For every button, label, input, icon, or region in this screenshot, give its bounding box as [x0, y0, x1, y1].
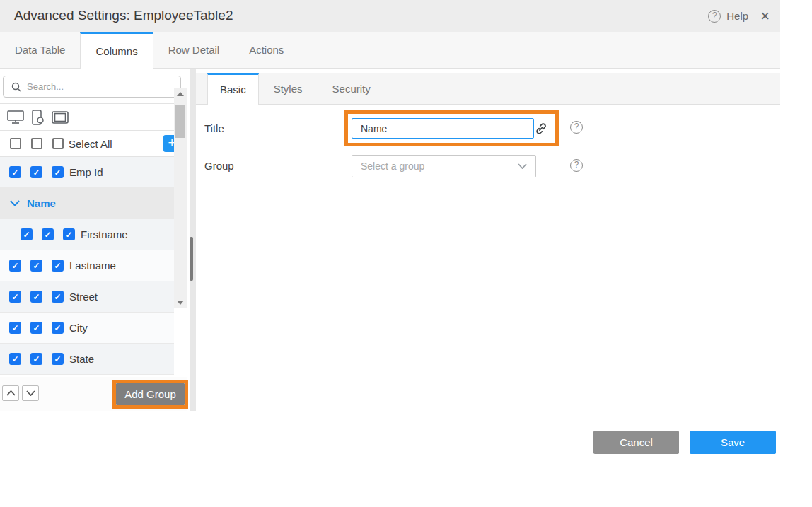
select-all-checkbox-tablet[interactable] — [52, 138, 64, 149]
tab-row-detail[interactable]: Row Detail — [153, 32, 235, 68]
column-label: Firstname — [81, 228, 128, 240]
group-field-label: Group — [204, 160, 234, 172]
column-label: Lastname — [69, 260, 116, 272]
search-box[interactable] — [3, 76, 181, 98]
checkbox-mobile[interactable] — [30, 322, 42, 334]
checkbox-desktop[interactable] — [9, 322, 21, 334]
cancel-button[interactable]: Cancel — [593, 431, 679, 454]
tab-basic[interactable]: Basic — [207, 73, 259, 105]
select-all-label: Select All — [69, 138, 112, 150]
group-label: Name — [27, 197, 56, 209]
column-row-lastname[interactable]: Lastname — [0, 250, 174, 281]
move-up-button[interactable] — [2, 385, 19, 401]
add-group-button[interactable]: Add Group — [116, 383, 185, 405]
search-icon — [11, 82, 21, 92]
checkbox-desktop[interactable] — [21, 228, 33, 240]
column-label: City — [69, 322, 88, 334]
checkbox-tablet[interactable] — [52, 291, 64, 303]
checkbox-desktop[interactable] — [9, 260, 21, 272]
list-scrollbar[interactable] — [174, 88, 187, 308]
tab-actions[interactable]: Actions — [234, 32, 298, 68]
header-actions: ? Help × — [708, 0, 772, 32]
group-row-name[interactable]: Name — [0, 188, 174, 219]
main-tab-bar: Data Table Columns Row Detail Actions — [0, 32, 780, 69]
group-select-placeholder: Select a group — [361, 161, 424, 172]
footer-divider — [0, 412, 780, 412]
column-row-city[interactable]: City — [0, 313, 174, 344]
chevron-down-icon — [10, 200, 20, 206]
checkbox-mobile[interactable] — [30, 166, 42, 178]
column-label: Emp Id — [69, 166, 103, 178]
help-button[interactable]: ? Help — [708, 10, 748, 23]
panel-scrollbar[interactable] — [190, 69, 196, 411]
save-button[interactable]: Save — [690, 431, 776, 454]
desktop-icon — [7, 110, 24, 124]
group-help-icon[interactable]: ? — [570, 159, 583, 172]
title-input-value: Name — [361, 123, 387, 134]
column-label: State — [69, 353, 94, 365]
list-scrollbar-thumb[interactable] — [175, 105, 185, 138]
title-help-icon[interactable]: ? — [570, 121, 583, 134]
mobile-icon — [32, 110, 44, 125]
detail-tab-bar: Basic Styles Security — [196, 73, 780, 105]
checkbox-desktop[interactable] — [9, 166, 21, 178]
select-all-checkbox-desktop[interactable] — [10, 138, 21, 149]
chevron-down-icon — [518, 163, 527, 169]
triangle-down-icon — [177, 301, 184, 305]
device-columns-header — [0, 104, 187, 131]
search-input[interactable] — [27, 81, 154, 92]
checkbox-mobile[interactable] — [30, 260, 42, 272]
columns-list: Emp Id Name Firstname Lastname — [0, 157, 174, 377]
dialog-header: Advanced Settings: EmployeeTable2 ? Help… — [0, 0, 780, 32]
checkbox-desktop[interactable] — [9, 291, 21, 303]
column-row-emp-id[interactable]: Emp Id — [0, 157, 174, 188]
tab-styles[interactable]: Styles — [259, 73, 318, 104]
panel-scrollbar-thumb[interactable] — [190, 237, 193, 281]
scroll-down-button[interactable] — [174, 297, 187, 308]
triangle-up-icon — [177, 92, 184, 96]
search-row — [0, 69, 187, 104]
dialog-title: Advanced Settings: EmployeeTable2 — [14, 8, 233, 23]
tab-security[interactable]: Security — [318, 73, 385, 104]
tablet-icon — [52, 111, 69, 124]
column-label: Street — [69, 291, 98, 303]
column-row-state[interactable]: State — [0, 344, 174, 375]
move-down-button[interactable] — [22, 385, 39, 401]
text-caret — [388, 123, 388, 134]
select-all-checkbox-mobile[interactable] — [31, 138, 42, 149]
advanced-settings-dialog: Advanced Settings: EmployeeTable2 ? Help… — [0, 0, 780, 507]
column-row-firstname[interactable]: Firstname — [0, 219, 174, 250]
add-group-highlight: Add Group — [112, 380, 188, 409]
checkbox-tablet[interactable] — [52, 260, 64, 272]
chevron-up-icon — [6, 390, 16, 396]
column-detail-panel: Basic Styles Security Title Name ? Group… — [196, 69, 780, 411]
link-icon[interactable] — [534, 122, 548, 136]
column-row-street[interactable]: Street — [0, 281, 174, 313]
sidebar-footer: Add Group — [0, 377, 187, 411]
checkbox-tablet[interactable] — [52, 353, 64, 365]
tab-columns[interactable]: Columns — [80, 32, 153, 69]
checkbox-tablet[interactable] — [52, 166, 64, 178]
tab-data-table[interactable]: Data Table — [0, 32, 80, 68]
title-field-label: Title — [204, 122, 224, 134]
help-icon: ? — [708, 10, 721, 23]
close-icon[interactable]: × — [758, 0, 772, 32]
title-input[interactable]: Name — [352, 118, 534, 139]
chevron-down-icon — [26, 390, 35, 396]
checkbox-tablet[interactable] — [52, 322, 64, 334]
help-label: Help — [726, 10, 748, 22]
checkbox-mobile[interactable] — [30, 291, 42, 303]
scroll-up-button[interactable] — [174, 88, 187, 100]
columns-sidebar: Select All + Emp Id Name Firstname — [0, 69, 187, 411]
checkbox-mobile[interactable] — [42, 228, 54, 240]
group-select[interactable]: Select a group — [352, 155, 536, 177]
checkbox-desktop[interactable] — [9, 353, 21, 365]
title-field-highlight: Name — [344, 110, 559, 146]
select-all-row: Select All + — [0, 131, 187, 157]
checkbox-mobile[interactable] — [30, 353, 42, 365]
checkbox-tablet[interactable] — [63, 228, 75, 240]
